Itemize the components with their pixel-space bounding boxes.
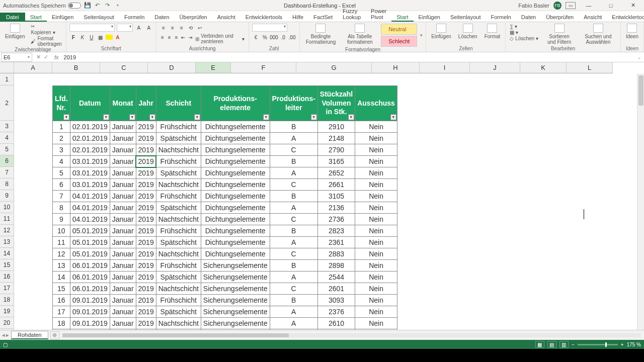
tab-file[interactable]: Datei — [0, 13, 25, 22]
fx-icon[interactable]: fx — [51, 54, 62, 60]
row-header-1[interactable]: 1 — [0, 73, 14, 85]
wrap-text-icon[interactable]: ↩ — [196, 24, 204, 32]
cell[interactable]: Nein — [355, 318, 397, 329]
format-cells-button[interactable]: Format — [482, 24, 503, 39]
cell[interactable]: Nachtschicht — [156, 318, 201, 329]
tab-überprüfen[interactable]: Überprüfen — [175, 13, 212, 22]
cell[interactable]: Nein — [355, 133, 397, 144]
cell[interactable]: 3093 — [317, 295, 355, 306]
row-header-7[interactable]: 7 — [0, 167, 14, 178]
cell[interactable]: 2883 — [317, 248, 355, 260]
cell[interactable]: 02.01.2019 — [70, 121, 110, 133]
vertical-scrollbar[interactable] — [637, 73, 644, 330]
select-all-corner[interactable] — [0, 62, 14, 73]
row-header-20[interactable]: 20 — [0, 317, 14, 329]
cell[interactable]: 6 — [53, 179, 70, 191]
cell[interactable]: Januar — [110, 191, 136, 202]
cell[interactable]: 02.01.2019 — [70, 144, 110, 156]
cell[interactable]: Dichtungselemente — [201, 237, 270, 248]
grow-font-icon[interactable]: A — [135, 24, 143, 32]
cell[interactable]: Sicherungselemente — [201, 329, 270, 330]
cancel-formula-icon[interactable]: ✕ — [36, 54, 41, 60]
tab-factset[interactable]: FactSet — [308, 13, 338, 22]
cell[interactable]: 2601 — [317, 283, 355, 295]
cell[interactable]: Januar — [110, 144, 136, 156]
copy-button[interactable]: Kopieren ▾ — [30, 30, 62, 35]
cell[interactable]: Frühschicht — [156, 295, 201, 306]
cell[interactable]: Frühschicht — [156, 260, 201, 272]
cell[interactable]: B — [270, 295, 317, 306]
cell[interactable]: Nein — [355, 225, 397, 237]
percent-icon[interactable]: % — [261, 33, 269, 41]
currency-icon[interactable]: € — [252, 33, 260, 41]
cell[interactable]: Januar — [110, 133, 136, 144]
cell[interactable]: Dichtungselemente — [201, 156, 270, 167]
cell[interactable]: Spätschicht — [156, 133, 201, 144]
align-right-icon[interactable]: ≡ — [174, 33, 180, 41]
view-normal-icon[interactable]: ▦ — [535, 341, 544, 348]
cell[interactable]: Januar — [110, 179, 136, 191]
tab-formeln[interactable]: Formeln — [486, 13, 516, 22]
cell[interactable]: Dichtungselemente — [201, 191, 270, 202]
cell[interactable]: Spätschicht — [156, 306, 201, 318]
format-painter-button[interactable]: 🖌 Format übertragen — [30, 36, 62, 47]
cell[interactable]: 02.01.2019 — [70, 133, 110, 144]
fill-color-button[interactable] — [106, 35, 113, 40]
tab-start[interactable]: Start — [25, 13, 47, 22]
cell[interactable]: 2136 — [317, 202, 355, 214]
undo-icon[interactable]: ↶ — [94, 2, 101, 9]
cell[interactable]: 09.01.2019 — [70, 318, 110, 329]
cell[interactable]: Nachtschicht — [156, 179, 201, 191]
filter-icon[interactable]: ▾ — [129, 114, 135, 120]
cell[interactable]: Dichtungselemente — [201, 225, 270, 237]
row-header-16[interactable]: 16 — [0, 271, 14, 283]
cell[interactable]: Januar — [110, 295, 136, 306]
cell[interactable]: 03.01.2019 — [70, 156, 110, 167]
cell[interactable]: 06.01.2019 — [70, 260, 110, 272]
sort-filter-button[interactable]: Sortieren und Filtern — [542, 24, 576, 45]
cell[interactable]: Dichtungselemente — [201, 248, 270, 260]
cell[interactable]: 15 — [53, 283, 70, 295]
cell[interactable]: 2019 — [136, 191, 156, 202]
filter-icon[interactable]: ▾ — [103, 114, 109, 120]
indent-dec-icon[interactable]: ⇤ — [181, 33, 187, 41]
cell[interactable]: 2910 — [317, 121, 355, 133]
cell[interactable]: 2019 — [136, 295, 156, 306]
spreadsheet-grid[interactable]: ABCDEFGHIJKL 123456789101112131415161718… — [0, 62, 644, 330]
col-header-J[interactable]: J — [470, 62, 520, 73]
cell[interactable]: Januar — [110, 202, 136, 214]
col-header-B[interactable]: B — [52, 62, 100, 73]
style-schlecht[interactable]: Schlecht — [381, 36, 417, 47]
cell[interactable]: Dichtungselemente — [201, 121, 270, 133]
cell[interactable]: Dichtungselemente — [201, 133, 270, 144]
tab-überprüfen[interactable]: Überprüfen — [541, 13, 579, 22]
cell[interactable]: Januar — [110, 248, 136, 260]
cell[interactable]: 2019 — [136, 133, 156, 144]
cell[interactable]: 14 — [53, 272, 70, 283]
cell[interactable]: 16 — [53, 295, 70, 306]
cell[interactable]: Dichtungselemente — [201, 179, 270, 191]
cell[interactable]: Frühschicht — [156, 121, 201, 133]
cell[interactable]: Nein — [355, 260, 397, 272]
cell[interactable]: 05.01.2019 — [70, 237, 110, 248]
col-header-D[interactable]: D — [148, 62, 196, 73]
cell[interactable]: Sicherungselemente — [201, 295, 270, 306]
filter-icon[interactable]: ▾ — [311, 114, 317, 120]
cell[interactable]: Januar — [110, 225, 136, 237]
number-format-select[interactable] — [252, 24, 287, 32]
minimize-icon[interactable]: — — [580, 0, 598, 11]
underline-button[interactable]: U — [88, 33, 96, 41]
column-headers[interactable]: ABCDEFGHIJKL — [14, 62, 613, 73]
cell[interactable]: 09.01.2019 — [70, 295, 110, 306]
filter-icon[interactable]: ▾ — [63, 114, 69, 120]
align-top-icon[interactable]: ≡ — [159, 24, 168, 32]
tab-daten[interactable]: Daten — [149, 13, 174, 22]
confirm-formula-icon[interactable]: ✓ — [44, 54, 48, 60]
cell[interactable]: 05.01.2019 — [70, 225, 110, 237]
cell[interactable]: 2544 — [317, 272, 355, 283]
font-size-select[interactable] — [117, 24, 133, 32]
cell[interactable]: Januar — [110, 156, 136, 167]
cell[interactable]: Dichtungselemente — [201, 144, 270, 156]
cell[interactable]: 09.01.2019 — [70, 306, 110, 318]
ribbon-options-icon[interactable]: ▭ — [566, 2, 576, 9]
